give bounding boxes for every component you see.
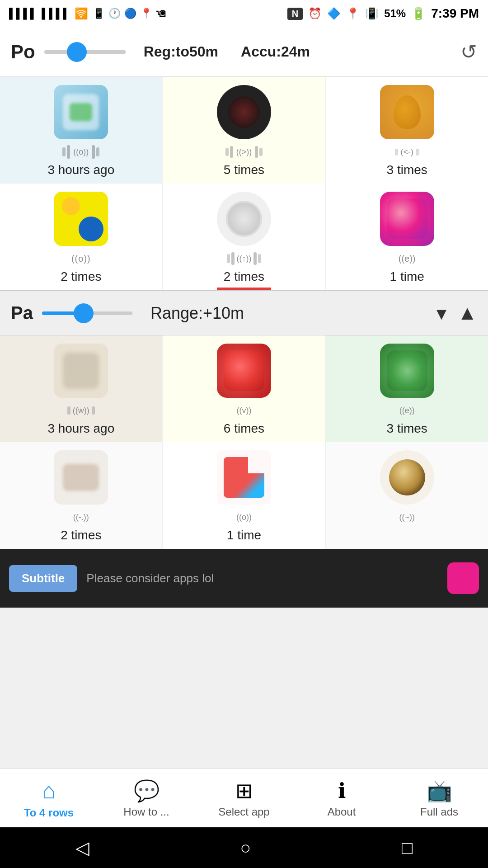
grid-row-1: ((o)) 3 hours ago ((>)) 5 times	[0, 77, 488, 184]
battery-text: 51%	[384, 7, 406, 20]
ad-icon	[447, 562, 479, 594]
grid-cell-11[interactable]: ((o)) 1 time	[163, 442, 325, 549]
nav-howto[interactable]: 💬 How to ...	[98, 778, 195, 818]
wave-indicator-4: ((o))	[71, 250, 91, 267]
nav-selectapp[interactable]: ⊞ Select app	[195, 778, 293, 818]
app-icon-8	[217, 344, 271, 398]
grid-row-2: ((o)) 2 times ((↑)) 2 times	[0, 184, 488, 290]
cell-label-3: 3 times	[387, 163, 427, 177]
app-icon-7	[54, 344, 108, 398]
back-button[interactable]: ◁	[75, 837, 89, 858]
grid-cell-4[interactable]: ((o)) 2 times	[0, 184, 162, 290]
network-icon: N	[287, 8, 303, 20]
top-header: Po Reg:to50m Accu:24m ↺	[0, 27, 488, 77]
wave-indicator-6: ((e))	[399, 250, 416, 267]
location-icon: 📍	[346, 7, 360, 20]
app-icon-2	[217, 85, 271, 139]
cell-label-2: 5 times	[224, 163, 264, 177]
fullads-icon: 📺	[427, 778, 452, 803]
status-left: ▌▌▌▌ ▌▌▌▌ 🛜 📱🕐🔵📍🖲	[9, 7, 166, 20]
pa-slider-track	[42, 311, 132, 315]
howto-icon: 💬	[134, 778, 160, 803]
refresh-icon[interactable]: ↺	[460, 40, 477, 63]
grid-cell-2[interactable]: ((>)) 5 times	[163, 77, 325, 184]
grid-cell-9[interactable]: ((e)) 3 times	[326, 335, 488, 442]
app-icon-10	[54, 450, 108, 505]
grid-cell-10[interactable]: ((-.)) 2 times	[0, 442, 162, 549]
wave-indicator-7: ((w))	[67, 402, 95, 419]
about-icon: ℹ	[338, 778, 346, 803]
app-icon-3	[380, 85, 434, 139]
grid-cell-5[interactable]: ((↑)) 2 times	[163, 184, 325, 290]
cell-label-11: 1 time	[227, 528, 261, 542]
slider-track	[44, 50, 126, 54]
wifi-icon: 🛜	[75, 7, 88, 20]
wave-indicator-10: ((-.))	[73, 509, 89, 525]
wave-indicator-8: ((v))	[237, 402, 252, 419]
section2-title: Pa	[11, 303, 33, 323]
wave-indicator-3: (<-)	[395, 144, 419, 160]
section2-row-2: ((-.)) 2 times ((o)) 1 time ((~))	[0, 442, 488, 549]
extra-icons: 📱🕐🔵📍🖲	[93, 8, 166, 19]
grid-cell-6[interactable]: ((e)) 1 time	[326, 184, 488, 290]
section2-row-1: ((w)) 3 hours ago ((v)) 6 times ((e)) 3 …	[0, 335, 488, 442]
header-accu: Accu:24m	[241, 43, 310, 60]
bluetooth-icon: 🔷	[327, 7, 341, 20]
vibrate-icon: 📳	[365, 7, 379, 20]
app-icon-4	[54, 192, 108, 246]
grid-cell-1[interactable]: ((o)) 3 hours ago	[0, 77, 162, 184]
po-slider[interactable]	[44, 50, 126, 54]
ad-text: Please consider apps lol	[86, 571, 438, 585]
time-display: 7:39 PM	[431, 6, 479, 21]
cell-label-10: 2 times	[61, 528, 101, 542]
grid-cell-12[interactable]: ((~))	[326, 442, 488, 549]
cell-label-6: 1 time	[390, 269, 424, 284]
cell-label-7: 3 hours ago	[47, 421, 114, 436]
cell-label-8: 6 times	[224, 421, 264, 436]
app-icon-5	[217, 192, 271, 246]
nav-selectapp-label: Select app	[218, 806, 269, 818]
nav-howto-label: How to ...	[123, 806, 169, 818]
nav-home[interactable]: ⌂ To 4 rows	[0, 778, 98, 819]
grid-cell-7[interactable]: ((w)) 3 hours ago	[0, 335, 162, 442]
status-right: N ⏰ 🔷 📍 📳 51% 🔋 7:39 PM	[287, 6, 479, 21]
chevron-up-icon[interactable]: ▲	[457, 302, 477, 325]
wave-indicator-2: ((>))	[225, 144, 263, 160]
app-icon-1	[54, 85, 108, 139]
signal-icon-1: ▌▌▌▌	[9, 8, 37, 19]
section2-header: Pa Range:+10m ▾ ▲	[0, 290, 488, 335]
nav-home-label: To 4 rows	[24, 807, 74, 819]
app-icon-11	[217, 450, 271, 505]
home-button[interactable]: ○	[240, 838, 251, 858]
nav-fullads-label: Full ads	[420, 806, 458, 818]
wave-indicator-5: ((↑))	[227, 250, 262, 267]
ad-button[interactable]: Subtitle	[9, 565, 77, 592]
chevron-down-icon[interactable]: ▾	[436, 302, 446, 325]
wave-indicator-12: ((~))	[399, 509, 415, 525]
slider-thumb	[67, 42, 87, 62]
chevron-group: ▾ ▲	[436, 302, 477, 325]
grid-cell-3[interactable]: (<-) 3 times	[326, 77, 488, 184]
pa-slider[interactable]	[42, 311, 132, 315]
header-reg: Reg:to50m	[144, 43, 218, 60]
header-title-po: Po	[11, 41, 35, 63]
nav-about[interactable]: ℹ About	[293, 778, 390, 818]
app-icon-9	[380, 344, 434, 398]
grid-cell-8[interactable]: ((v)) 6 times	[163, 335, 325, 442]
section1-grid: ((o)) 3 hours ago ((>)) 5 times	[0, 77, 488, 290]
ad-banner: Subtitle Please consider apps lol	[0, 549, 488, 608]
recent-button[interactable]: □	[402, 838, 413, 858]
section2-range: Range:+10m	[150, 304, 244, 323]
signal-icon-2: ▌▌▌▌	[42, 8, 70, 19]
nav-fullads[interactable]: 📺 Full ads	[390, 778, 488, 818]
selectapp-icon: ⊞	[235, 778, 253, 803]
cell-label-1: 3 hours ago	[47, 163, 114, 177]
status-bar: ▌▌▌▌ ▌▌▌▌ 🛜 📱🕐🔵📍🖲 N ⏰ 🔷 📍 📳 51% 🔋 7:39 P…	[0, 0, 488, 27]
home-icon: ⌂	[42, 778, 56, 804]
app-icon-6	[380, 192, 434, 246]
app-icon-12	[380, 450, 434, 505]
red-line-indicator	[217, 288, 271, 290]
wave-indicator-11: ((o))	[236, 509, 252, 525]
section2-grid: ((w)) 3 hours ago ((v)) 6 times ((e)) 3 …	[0, 335, 488, 549]
cell-label-4: 2 times	[61, 269, 101, 284]
